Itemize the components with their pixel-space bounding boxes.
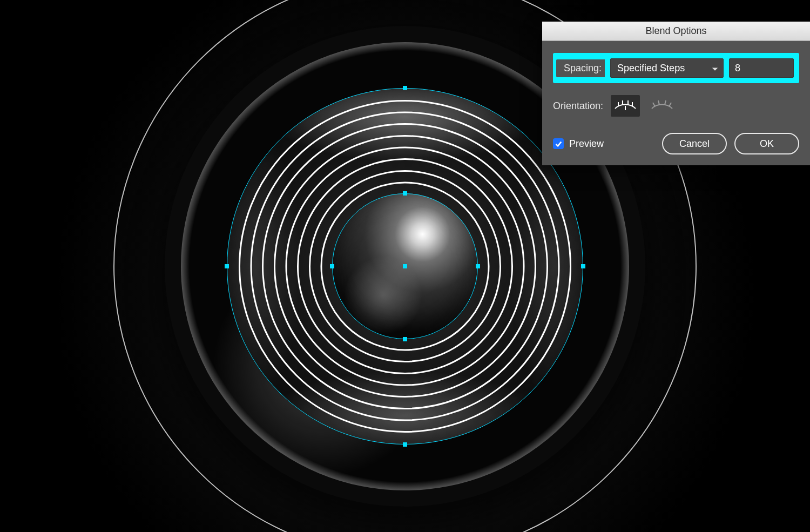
ok-button[interactable]: OK: [734, 133, 799, 154]
anchor-point[interactable]: [330, 264, 334, 268]
svg-line-5: [653, 103, 655, 106]
chevron-down-icon: [711, 64, 719, 72]
anchor-point[interactable]: [403, 191, 407, 196]
orientation-align-to-page-button[interactable]: [611, 95, 640, 117]
dialog-title: Blend Options: [645, 25, 706, 37]
anchor-point[interactable]: [403, 86, 407, 90]
spacing-mode-value: Specified Steps: [617, 63, 685, 74]
checkbox-checked-icon: [553, 138, 564, 149]
dialog-bottom-row: Preview Cancel OK: [553, 133, 799, 154]
center-anchor-point[interactable]: [403, 264, 407, 268]
spacing-value-input[interactable]: [729, 58, 794, 78]
spacing-row-highlight: Spacing: Specified Steps: [553, 53, 799, 83]
blend-options-dialog: Blend Options Spacing: Specified Steps O…: [542, 22, 810, 165]
anchor-point[interactable]: [581, 264, 585, 268]
anchor-point[interactable]: [403, 337, 407, 341]
anchor-point[interactable]: [476, 264, 480, 268]
orientation-align-to-path-button[interactable]: [647, 95, 677, 117]
cancel-button-label: Cancel: [679, 138, 710, 150]
cancel-button[interactable]: Cancel: [662, 133, 727, 154]
spacing-label: Spacing:: [556, 59, 605, 77]
dialog-titlebar[interactable]: Blend Options: [542, 22, 810, 41]
anchor-point[interactable]: [403, 442, 407, 447]
orientation-label: Orientation:: [553, 100, 603, 112]
spacing-mode-select[interactable]: Specified Steps: [610, 58, 724, 78]
svg-line-7: [665, 100, 666, 105]
preview-label: Preview: [569, 138, 604, 150]
svg-line-6: [658, 100, 659, 105]
preview-checkbox[interactable]: Preview: [553, 138, 604, 150]
anchor-point[interactable]: [225, 264, 229, 268]
svg-line-8: [669, 103, 671, 106]
orientation-row: Orientation:: [553, 95, 799, 117]
ok-button-label: OK: [760, 138, 774, 150]
